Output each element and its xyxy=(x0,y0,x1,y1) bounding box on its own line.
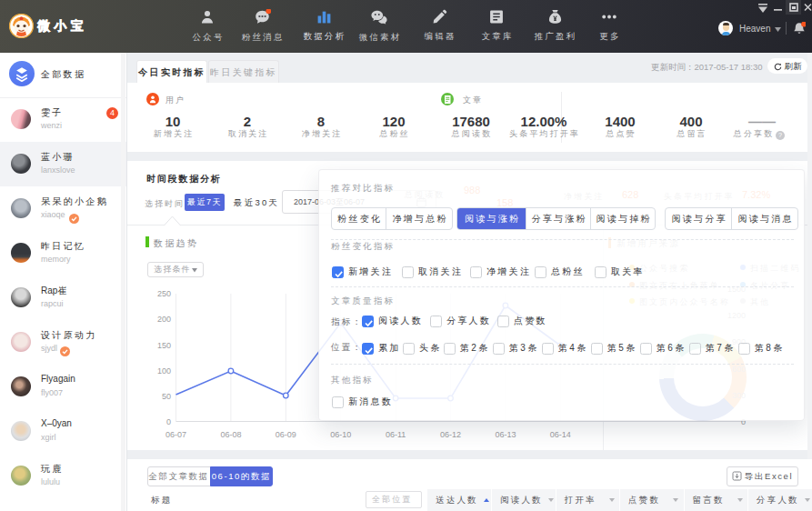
svg-text:06-07: 06-07 xyxy=(165,430,186,439)
svg-text:06-08: 06-08 xyxy=(220,430,241,439)
svg-text:06-10: 06-10 xyxy=(330,430,351,439)
svg-text:06-11: 06-11 xyxy=(386,430,406,439)
svg-text:06-09: 06-09 xyxy=(276,430,296,439)
svg-text:0: 0 xyxy=(166,417,171,426)
svg-text:?: ? xyxy=(778,131,782,139)
svg-text:06-13: 06-13 xyxy=(495,430,516,439)
svg-text:250: 250 xyxy=(157,289,171,298)
svg-text:200: 200 xyxy=(157,315,171,324)
svg-text:100: 100 xyxy=(157,366,171,376)
svg-text:06-12: 06-12 xyxy=(440,430,461,439)
svg-text:50: 50 xyxy=(162,392,171,401)
svg-text:06-14: 06-14 xyxy=(550,430,571,439)
svg-text:150: 150 xyxy=(157,341,171,350)
